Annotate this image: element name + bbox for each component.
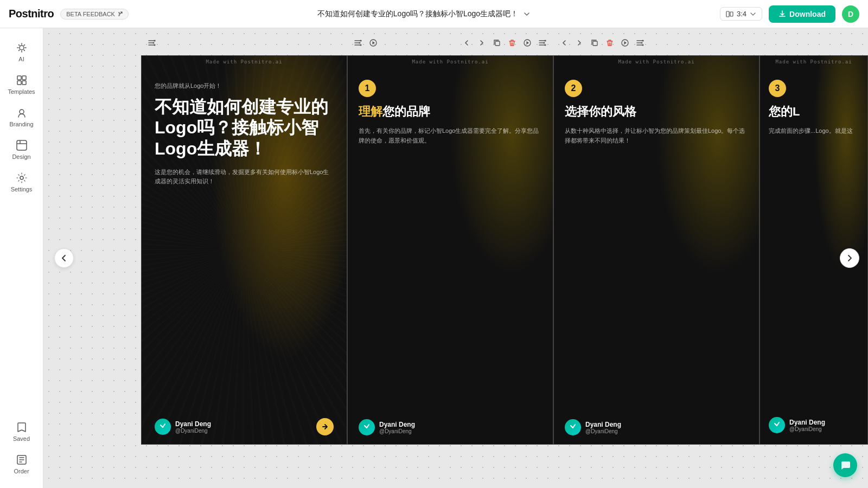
- slide-1-next-button[interactable]: [316, 418, 334, 435]
- svg-point-22: [545, 40, 546, 42]
- beta-feedback-button[interactable]: BETA FEEDBACK: [60, 9, 129, 20]
- slide-2-step-badge: 1: [359, 80, 376, 97]
- slide-2-step-body: 首先，有关你的品牌，标记小智Logo生成器需要完全了解。分享您品牌的使命，愿景和…: [359, 126, 542, 145]
- svg-point-9: [20, 176, 23, 179]
- slide-4-avatar: [769, 417, 785, 433]
- copy-icon-2[interactable]: [490, 36, 503, 49]
- sidebar-item-order[interactable]: Order: [4, 449, 39, 479]
- slide-3-toolbar: [553, 36, 760, 49]
- branding-icon: [16, 107, 28, 119]
- chevron-left-3[interactable]: [558, 36, 571, 49]
- watermark-1: Made with Postnitro.ai: [206, 59, 282, 65]
- prev-slide-button[interactable]: [54, 248, 74, 268]
- slide-1-author: Dyani Deng @DyaniDeng: [155, 419, 211, 435]
- chat-bubble-button[interactable]: [833, 453, 857, 477]
- slide-2-author: Dyani Deng @DyaniDeng: [359, 419, 415, 435]
- svg-point-16: [360, 44, 362, 46]
- slide-2: Made with Postnitro.ai 1 理解您的品牌 首先，有关你的品…: [347, 55, 553, 445]
- adjust-icon-2b[interactable]: [536, 36, 549, 49]
- svg-rect-6: [22, 81, 26, 85]
- ratio-chevron-icon: [750, 11, 756, 17]
- chevron-left-2[interactable]: [460, 36, 473, 49]
- sidebar-label-saved: Saved: [13, 435, 30, 442]
- svg-point-14: [360, 40, 362, 42]
- watermark-2: Made with Postnitro.ai: [412, 59, 488, 65]
- slide-3-author-name: Dyani Deng: [585, 421, 621, 428]
- slide-3-step-body: 从数十种风格中选择，并让标小智为您的品牌策划最佳Logo。每个选择都将带来不同的…: [565, 126, 748, 145]
- sidebar-item-ai[interactable]: AI: [4, 37, 39, 67]
- svg-marker-18: [373, 41, 375, 44]
- svg-marker-27: [624, 41, 627, 44]
- svg-point-2: [20, 46, 24, 50]
- sidebar-item-settings[interactable]: Settings: [4, 167, 39, 197]
- play-icon-2b[interactable]: [521, 36, 534, 49]
- chat-icon: [839, 459, 851, 471]
- slide-2-toolbar: [347, 36, 553, 49]
- svg-point-7: [20, 110, 24, 114]
- svg-point-23: [544, 42, 545, 44]
- svg-point-11: [154, 40, 156, 42]
- chevron-right-2[interactable]: [475, 36, 488, 49]
- sidebar-item-saved[interactable]: Saved: [4, 416, 39, 447]
- sidebar-label-settings: Settings: [11, 186, 33, 192]
- play-icon-2[interactable]: [367, 36, 380, 49]
- svg-rect-3: [17, 76, 21, 80]
- slide-4-step-title: 您的L: [769, 104, 859, 120]
- title-dropdown-button[interactable]: [522, 10, 531, 18]
- sidebar-item-design[interactable]: Design: [4, 134, 39, 165]
- user-avatar[interactable]: D: [842, 5, 859, 23]
- saved-icon: [16, 421, 28, 433]
- svg-point-30: [642, 44, 644, 46]
- copy-icon-3[interactable]: [588, 36, 601, 49]
- order-icon: [16, 454, 28, 466]
- sidebar-label-order: Order: [14, 468, 29, 474]
- slide-1-author-name: Dyani Deng: [175, 420, 211, 428]
- svg-rect-19: [495, 41, 500, 46]
- svg-rect-4: [22, 76, 26, 80]
- slide-2-avatar: [359, 419, 375, 435]
- play-icon-3[interactable]: [618, 36, 631, 49]
- svg-point-24: [545, 44, 546, 46]
- header-right: 3:4 Download D: [720, 5, 859, 23]
- delete-icon-2[interactable]: [506, 36, 519, 49]
- top-bar: Postnitro BETA FEEDBACK 不知道如何创建专业的Logo吗？…: [0, 0, 868, 28]
- svg-rect-8: [17, 140, 27, 150]
- main-layout: AI Templates Branding Design Settings Sa…: [0, 28, 868, 488]
- svg-point-15: [359, 42, 361, 44]
- sidebar-item-templates[interactable]: Templates: [4, 69, 39, 100]
- adjust-icon-1[interactable]: [145, 36, 158, 49]
- slide-2-step-title: 理解您的品牌: [359, 104, 542, 120]
- sidebar-label-templates: Templates: [8, 88, 35, 95]
- slide-3-author: Dyani Deng @DyaniDeng: [565, 419, 621, 435]
- chevron-right-3[interactable]: [573, 36, 586, 49]
- svg-rect-5: [17, 81, 21, 85]
- delete-icon-3[interactable]: [603, 36, 616, 49]
- watermark-4: Made with Postnitro.ai: [775, 59, 852, 65]
- slide-4-author-name: Dyani Deng: [789, 419, 825, 426]
- slide-3-avatar: [565, 419, 581, 435]
- toolbars-row: [141, 35, 835, 51]
- download-button[interactable]: Download: [769, 5, 835, 23]
- slide-4-step-badge: 3: [769, 80, 786, 97]
- sidebar: AI Templates Branding Design Settings Sa…: [0, 28, 43, 488]
- ratio-selector[interactable]: 3:4: [720, 7, 762, 21]
- adjust-icon-2a[interactable]: [352, 36, 365, 49]
- settings-icon: [16, 172, 28, 184]
- ratio-icon: [726, 10, 733, 18]
- external-link-icon: [117, 11, 123, 17]
- sidebar-item-branding[interactable]: Branding: [4, 102, 39, 132]
- next-slide-button[interactable]: [840, 248, 859, 268]
- slide-3-step-badge: 2: [565, 80, 582, 97]
- svg-marker-21: [527, 41, 529, 44]
- sidebar-label-design: Design: [12, 153, 30, 160]
- svg-point-28: [642, 40, 644, 42]
- slide-1: Made with Postnitro.ai 您的品牌就从Logo开始！ 不知道…: [141, 55, 347, 445]
- slide-3: Made with Postnitro.ai 2 选择你的风格 从数十种风格中选…: [553, 55, 760, 445]
- adjust-icon-3[interactable]: [634, 36, 647, 49]
- slides-wrapper: Made with Postnitro.ai 您的品牌就从Logo开始！ 不知道…: [141, 55, 835, 445]
- slide-1-description: 这是您的机会，请继续滑动，发掘更多有关如何使用标小智Logo生成器的灵活实用知识…: [155, 168, 334, 185]
- slide-2-author-name: Dyani Deng: [379, 421, 415, 428]
- slide-4-author: Dyani Deng @DyaniDeng: [769, 417, 825, 433]
- design-icon: [16, 139, 28, 151]
- sidebar-label-ai: AI: [18, 56, 24, 62]
